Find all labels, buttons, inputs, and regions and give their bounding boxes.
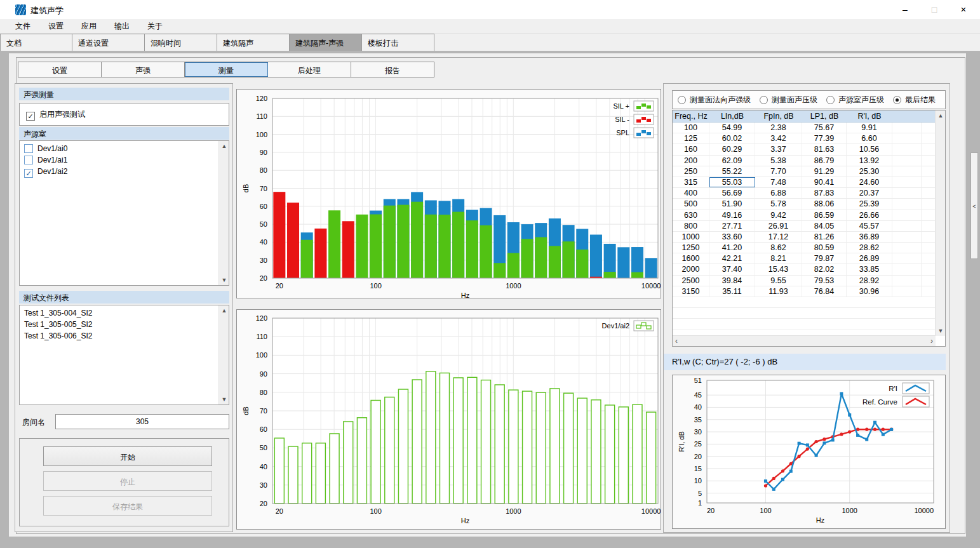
table-row[interactable]: 100033.6017.1281.2636.89: [673, 232, 945, 243]
save-result-button[interactable]: 保存结果: [43, 496, 212, 516]
table-cell[interactable]: 9.42: [755, 210, 802, 220]
table-cell[interactable]: 60.02: [709, 133, 755, 144]
table-cell[interactable]: 41.20: [709, 243, 755, 253]
table-cell[interactable]: 76.84: [802, 286, 847, 297]
tab-2[interactable]: 混响时间: [145, 34, 217, 51]
table-cell[interactable]: 26.66: [847, 210, 892, 220]
room-name-input[interactable]: 305: [55, 414, 229, 429]
panel-collapse-splitter[interactable]: <: [970, 152, 978, 259]
table-cell[interactable]: 37.40: [709, 264, 755, 274]
table-cell[interactable]: 27.71: [709, 221, 755, 231]
scroll-down-icon[interactable]: ▼: [936, 326, 946, 336]
table-row[interactable]: 12560.023.4277.396.60: [673, 133, 945, 144]
table-row[interactable]: 20062.095.3886.7913.92: [673, 156, 945, 166]
table-cell[interactable]: 39.84: [709, 276, 755, 286]
table-row[interactable]: 25055.227.7091.2925.30: [673, 166, 945, 177]
table-cell[interactable]: 8.62: [755, 243, 802, 253]
radio-option-3[interactable]: 最后结果: [893, 95, 936, 105]
column-header[interactable]: LP1, dB: [802, 110, 847, 122]
table-cell[interactable]: 30.96: [847, 286, 892, 297]
table-cell[interactable]: 9.55: [755, 276, 802, 286]
table-cell[interactable]: 7.70: [755, 166, 802, 177]
table-cell[interactable]: [892, 210, 922, 220]
table-cell[interactable]: 62.09: [709, 156, 755, 166]
table-cell[interactable]: 28.62: [847, 243, 892, 253]
maximize-button[interactable]: □: [920, 0, 949, 19]
table-row[interactable]: 16060.293.3781.6310.56: [673, 144, 945, 155]
table-row[interactable]: 80027.7126.9184.0545.57: [673, 221, 945, 232]
table-cell[interactable]: 11.93: [755, 286, 802, 297]
table-cell[interactable]: 86.59: [802, 210, 847, 220]
channel-checkbox[interactable]: [24, 144, 33, 153]
table-cell[interactable]: 10.56: [847, 144, 892, 154]
table-cell[interactable]: [892, 253, 922, 264]
stop-button[interactable]: 停止: [43, 471, 212, 491]
channel-row-0[interactable]: Dev1/ai0: [20, 143, 229, 154]
table-cell[interactable]: 81.26: [802, 232, 847, 242]
table-vscrollbar[interactable]: ▲ ▼: [935, 110, 945, 336]
table-cell[interactable]: [892, 188, 922, 198]
menu-item-0[interactable]: 文件: [6, 19, 39, 33]
table-cell[interactable]: [892, 243, 922, 253]
table-cell[interactable]: 51.90: [709, 199, 755, 209]
test-file-item[interactable]: Test 1_305-005_SI2: [20, 319, 229, 330]
menu-item-2[interactable]: 应用: [72, 19, 105, 33]
table-cell[interactable]: 1000: [673, 232, 709, 242]
table-cell[interactable]: 25.30: [847, 166, 892, 177]
radio-icon[interactable]: [893, 96, 901, 104]
table-cell[interactable]: 86.79: [802, 156, 847, 166]
table-cell[interactable]: 20.37: [847, 188, 892, 198]
table-cell[interactable]: 100: [673, 123, 709, 133]
table-cell[interactable]: 80.59: [802, 243, 847, 253]
column-header[interactable]: Freq., Hz: [673, 110, 709, 122]
table-cell[interactable]: 400: [673, 188, 709, 198]
channel-checkbox[interactable]: [24, 169, 33, 178]
table-row[interactable]: 10054.992.3875.679.91: [673, 123, 945, 133]
table-cell[interactable]: 15.43: [755, 264, 802, 274]
table-cell[interactable]: 17.12: [755, 232, 802, 242]
table-cell[interactable]: [892, 133, 922, 144]
table-cell[interactable]: [892, 286, 922, 297]
table-cell[interactable]: 3.42: [755, 133, 802, 144]
table-cell[interactable]: 79.87: [802, 253, 847, 264]
table-cell[interactable]: [892, 264, 922, 274]
table-hscrollbar[interactable]: ‹ ›: [673, 335, 936, 346]
menu-item-4[interactable]: 关于: [138, 19, 171, 33]
tab-3[interactable]: 建筑隔声: [217, 34, 290, 51]
table-cell[interactable]: [892, 221, 922, 231]
tab-4[interactable]: 建筑隔声-声强: [290, 34, 362, 51]
table-row[interactable]: 31555.037.4890.4124.60: [673, 177, 945, 188]
radio-icon[interactable]: [826, 96, 835, 104]
table-cell[interactable]: 3150: [673, 286, 709, 297]
menu-item-3[interactable]: 输出: [105, 19, 138, 33]
table-cell[interactable]: 81.63: [802, 144, 847, 154]
table-cell[interactable]: 1250: [673, 243, 709, 253]
table-cell[interactable]: 315: [673, 177, 709, 187]
scroll-down-icon[interactable]: ▼: [219, 275, 229, 285]
table-cell[interactable]: 2000: [673, 264, 709, 274]
table-cell[interactable]: 160: [673, 144, 709, 154]
table-cell[interactable]: 6.60: [847, 133, 892, 144]
table-cell[interactable]: [892, 177, 922, 187]
table-cell[interactable]: 55.22: [709, 166, 755, 177]
table-row[interactable]: 315035.1111.9376.8430.96: [673, 286, 945, 297]
radio-option-0[interactable]: 测量面法向声强级: [678, 95, 751, 105]
table-cell[interactable]: 49.16: [709, 210, 755, 220]
table-cell[interactable]: 33.85: [847, 264, 892, 274]
table-cell[interactable]: 125: [673, 133, 709, 144]
table-cell[interactable]: 3.37: [755, 144, 802, 154]
test-file-item[interactable]: Test 1_305-006_SI2: [20, 330, 229, 342]
table-cell[interactable]: 75.67: [802, 123, 847, 133]
scroll-right-icon[interactable]: ›: [930, 337, 933, 345]
table-row[interactable]: 250039.849.5579.5328.92: [673, 276, 945, 286]
radio-icon[interactable]: [760, 96, 768, 104]
table-row[interactable]: 160042.218.2179.8726.89: [673, 253, 945, 264]
table-cell[interactable]: [892, 232, 922, 242]
column-header[interactable]: FpIn, dB: [755, 110, 802, 122]
table-cell[interactable]: 500: [673, 199, 709, 209]
table-cell[interactable]: 45.57: [847, 221, 892, 231]
tab-5[interactable]: 楼板打击: [362, 34, 434, 51]
table-cell[interactable]: 8.21: [755, 253, 802, 264]
table-cell[interactable]: 5.38: [755, 156, 802, 166]
table-cell[interactable]: 6.88: [755, 188, 802, 198]
